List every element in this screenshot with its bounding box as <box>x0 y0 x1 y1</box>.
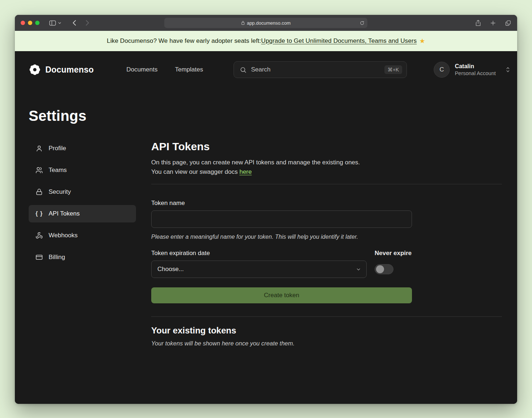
sidebar-item-webhooks[interactable]: Webhooks <box>29 227 136 244</box>
traffic-lights <box>21 21 40 25</box>
expiration-select[interactable]: Choose... <box>151 261 367 278</box>
user-account-type: Personal Account <box>455 70 496 77</box>
brand-wordmark: Documenso <box>45 65 94 75</box>
user-menu[interactable]: C Catalin Personal Account <box>434 62 511 78</box>
existing-tokens-hint: Your tokens will be shown here once you … <box>151 340 502 347</box>
sidebar-toggle-icon[interactable] <box>49 20 56 26</box>
divider <box>151 184 502 184</box>
star-icon: ★ <box>419 37 425 45</box>
sidebar-item-billing[interactable]: Billing <box>29 249 136 266</box>
create-token-button[interactable]: Create token <box>151 287 412 303</box>
page-title: Settings <box>29 107 502 124</box>
new-tab-icon[interactable] <box>490 20 496 26</box>
token-name-hint: Please enter a meaningful name for your … <box>151 234 412 240</box>
existing-tokens-title: Your existing tokens <box>151 325 502 336</box>
settings-sidebar: Profile Teams <box>29 140 136 347</box>
braces-icon: { } <box>35 210 43 217</box>
lock-icon <box>35 188 43 196</box>
users-icon <box>35 167 43 174</box>
forward-button[interactable] <box>85 20 90 26</box>
user-name: Catalin <box>455 63 496 70</box>
user-icon <box>35 145 43 152</box>
browser-window: app.documenso.com <box>15 15 517 404</box>
share-icon[interactable] <box>475 20 481 26</box>
app-content: Documenso Documents Templates Search ⌘+K… <box>15 51 517 404</box>
sidebar-item-profile[interactable]: Profile <box>29 140 136 157</box>
token-name-input[interactable] <box>151 210 412 228</box>
tab-overview-icon[interactable] <box>505 20 511 26</box>
search-placeholder: Search <box>251 66 380 73</box>
search-icon <box>240 66 247 73</box>
never-expire-toggle[interactable] <box>375 264 393 274</box>
api-tokens-panel: API Tokens On this page, you can create … <box>151 140 502 347</box>
zoom-button[interactable] <box>35 21 40 25</box>
url-text: app.documenso.com <box>247 20 291 26</box>
toggle-knob <box>376 265 384 273</box>
back-button[interactable] <box>72 20 77 26</box>
section-description: On this page, you can create new API tok… <box>151 158 502 177</box>
nav-templates[interactable]: Templates <box>175 66 203 73</box>
expiration-label: Token expiration date <box>151 250 367 257</box>
token-name-label: Token name <box>151 200 412 207</box>
section-title: API Tokens <box>151 140 502 153</box>
banner-text: Like Documenso? We have few early adopte… <box>107 37 261 45</box>
sidebar-item-api-tokens[interactable]: { } API Tokens <box>29 205 136 222</box>
brand-logo[interactable]: Documenso <box>29 63 94 76</box>
top-nav: Documents Templates <box>126 66 203 73</box>
minimize-button[interactable] <box>28 21 32 25</box>
avatar: C <box>434 62 450 78</box>
upgrade-banner: Like Documenso? We have few early adopte… <box>15 31 517 51</box>
close-button[interactable] <box>21 21 25 25</box>
browser-toolbar: app.documenso.com <box>15 15 517 31</box>
credit-card-icon <box>35 254 43 261</box>
sidebar-toggle-chevron-icon[interactable] <box>58 22 61 24</box>
documenso-logo-icon <box>29 63 41 76</box>
upgrade-link[interactable]: Upgrade to Get Unlimited Documents, Team… <box>261 37 417 45</box>
lock-icon <box>241 21 245 25</box>
sidebar-item-teams[interactable]: Teams <box>29 161 136 179</box>
webhook-icon <box>35 232 43 239</box>
search-input[interactable]: Search ⌘+K <box>234 61 407 78</box>
nav-documents[interactable]: Documents <box>126 66 157 73</box>
divider <box>151 316 502 317</box>
chevron-updown-icon <box>505 66 511 73</box>
refresh-icon[interactable] <box>360 21 364 25</box>
sidebar-item-security[interactable]: Security <box>29 183 136 201</box>
never-expire-label: Never expire <box>375 250 412 257</box>
address-bar[interactable]: app.documenso.com <box>164 18 367 28</box>
search-shortcut-badge: ⌘+K <box>384 65 403 74</box>
chevron-down-icon <box>356 267 361 272</box>
swagger-docs-link[interactable]: here <box>239 168 252 175</box>
app-header: Documenso Documents Templates Search ⌘+K… <box>29 51 511 88</box>
